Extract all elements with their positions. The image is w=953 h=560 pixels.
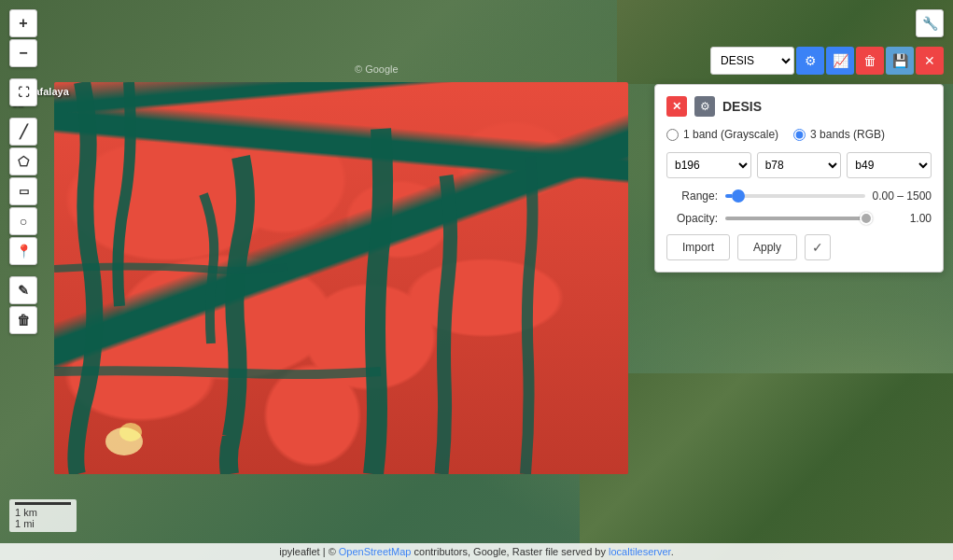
draw-circle-button[interactable]: ○ bbox=[9, 207, 37, 235]
rgb-radio[interactable] bbox=[793, 129, 806, 141]
svg-point-1 bbox=[119, 423, 142, 441]
grayscale-radio[interactable] bbox=[666, 129, 679, 141]
blue-band-select[interactable]: b49 b78 b196 b1 bbox=[847, 152, 932, 178]
range-slider[interactable] bbox=[725, 194, 865, 198]
layer-settings-button[interactable]: ⚙ bbox=[796, 47, 824, 75]
delete-button[interactable]: 🗑 bbox=[9, 306, 37, 334]
grayscale-radio-label[interactable]: 1 band (Grayscale) bbox=[666, 128, 778, 141]
panel-title: DESIS bbox=[722, 99, 762, 114]
range-control-row: Range: 0.00 – 1500 bbox=[666, 189, 932, 203]
zoom-in-button[interactable]: + bbox=[9, 9, 37, 37]
bottom-right-terrain bbox=[580, 373, 953, 560]
left-toolbar: + − ⛶ ╱ ⬠ ▭ ○ 📍 ✎ 🗑 bbox=[9, 9, 37, 334]
layer-close-button[interactable]: ✕ bbox=[916, 47, 944, 75]
draw-marker-button[interactable]: 📍 bbox=[9, 237, 37, 265]
opacity-value: 1.00 bbox=[880, 212, 932, 225]
google-watermark: © Google bbox=[355, 63, 399, 75]
settings-panel: ✕ ⚙ DESIS 1 band (Grayscale) 3 bands (RG… bbox=[654, 84, 944, 273]
osm-link[interactable]: OpenStreetMap bbox=[339, 546, 412, 557]
layer-chart-button[interactable]: 📈 bbox=[826, 47, 854, 75]
range-label: Range: bbox=[666, 189, 718, 203]
green-band-select[interactable]: b78 b196 b49 b1 bbox=[757, 152, 842, 178]
rgb-radio-label[interactable]: 3 bands (RGB) bbox=[793, 128, 885, 141]
grayscale-label: 1 band (Grayscale) bbox=[683, 128, 778, 141]
layer-select[interactable]: DESIS bbox=[710, 47, 794, 75]
scale-km-label: 1 km bbox=[15, 507, 71, 518]
import-button[interactable]: Import bbox=[666, 234, 730, 260]
panel-header: ✕ ⚙ DESIS bbox=[666, 96, 932, 117]
layer-control-bar: DESIS ⚙ 📈 🗑 💾 ✕ bbox=[710, 47, 944, 75]
opacity-label: Opacity: bbox=[666, 212, 718, 225]
edit-button[interactable]: ✎ bbox=[9, 276, 37, 304]
panel-buttons: Import Apply ✓ bbox=[666, 234, 932, 260]
panel-gear-button[interactable]: ⚙ bbox=[694, 96, 715, 117]
band-mode-selector: 1 band (Grayscale) 3 bands (RGB) bbox=[666, 128, 932, 141]
scale-bar: 1 km 1 mi bbox=[9, 499, 77, 532]
draw-line-button[interactable]: ╱ bbox=[9, 118, 37, 146]
apply-button[interactable]: Apply bbox=[737, 234, 797, 260]
draw-polygon-button[interactable]: ⬠ bbox=[9, 147, 37, 175]
localtileserver-link[interactable]: localtileserver bbox=[609, 546, 671, 557]
desis-layer-overlay bbox=[54, 82, 628, 474]
fullscreen-button[interactable]: ⛶ bbox=[9, 78, 37, 106]
layer-trash-button[interactable]: 🗑 bbox=[856, 47, 884, 75]
opacity-slider[interactable] bbox=[725, 217, 873, 220]
river-channels bbox=[54, 82, 628, 474]
draw-rectangle-button[interactable]: ▭ bbox=[9, 177, 37, 205]
attribution-bar: ipyleaflet | © OpenStreetMap contributor… bbox=[0, 543, 953, 560]
zoom-out-button[interactable]: − bbox=[9, 39, 37, 67]
opacity-control-row: Opacity: 1.00 bbox=[666, 212, 932, 225]
map-container[interactable]: Atchafalayaca © Google + − ⛶ ╱ ⬠ ▭ ○ 📍 ✎… bbox=[0, 0, 953, 560]
panel-close-button[interactable]: ✕ bbox=[666, 96, 687, 117]
scale-mi-label: 1 mi bbox=[15, 518, 71, 529]
scale-line-km bbox=[15, 502, 71, 505]
rgb-label: 3 bands (RGB) bbox=[810, 128, 885, 141]
wrench-button[interactable]: 🔧 bbox=[916, 9, 944, 37]
band-selects-row: b196 b78 b49 b1 b78 b196 b49 b1 b49 b78 … bbox=[666, 152, 932, 178]
layer-save-button[interactable]: 💾 bbox=[886, 47, 914, 75]
check-button[interactable]: ✓ bbox=[805, 234, 831, 260]
red-band-select[interactable]: b196 b78 b49 b1 bbox=[666, 152, 751, 178]
attribution-text: ipyleaflet | © OpenStreetMap contributor… bbox=[279, 546, 673, 557]
range-value: 0.00 – 1500 bbox=[873, 189, 932, 203]
